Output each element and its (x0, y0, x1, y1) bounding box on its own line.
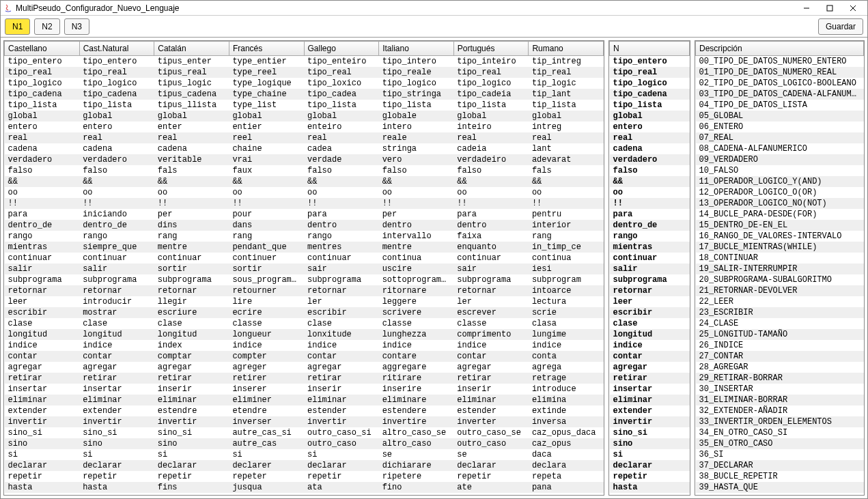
table-row[interactable]: mientras (610, 242, 690, 253)
table-row[interactable]: invertir (610, 416, 690, 427)
table-row[interactable]: 10_FALSO (696, 165, 864, 176)
cell[interactable]: declarar (154, 460, 229, 471)
cell[interactable]: !! (610, 198, 690, 209)
cell[interactable]: escribir (610, 307, 690, 318)
cell[interactable]: chaine (229, 143, 304, 154)
cell[interactable]: mostrar (79, 307, 154, 318)
cell[interactable]: 28_AGREGAR (696, 362, 864, 373)
cell[interactable]: !! (229, 198, 304, 209)
table-row[interactable]: 20_SUBPROGRAMA-SUBALGORITMO (696, 274, 864, 285)
cell[interactable]: oo (5, 187, 80, 198)
table-row[interactable]: retirar (610, 373, 690, 384)
cell[interactable]: repetir (453, 471, 529, 482)
cell[interactable]: sino_si (5, 427, 80, 438)
table-row[interactable]: agregaragregaragregaragregeragregaraggre… (5, 362, 604, 373)
cell[interactable]: && (229, 176, 304, 187)
cell[interactable]: tipus_llista (154, 100, 229, 111)
table-row[interactable]: 35_EN_OTRO_CASO (696, 438, 864, 449)
column-header-lang-2[interactable]: Catalán (154, 42, 229, 56)
table-row[interactable]: si (610, 449, 690, 460)
cell[interactable]: indice (79, 340, 154, 351)
cell[interactable]: inserir (154, 384, 229, 395)
cell[interactable]: etendre (229, 405, 304, 416)
cell[interactable]: tipo_lista (453, 100, 529, 111)
cell[interactable]: tipo_cadena (79, 89, 154, 100)
cell[interactable]: falso (379, 165, 454, 176)
cell[interactable]: declarer (229, 460, 304, 471)
table-row[interactable]: eliminareliminareliminareliminereliminar… (5, 395, 604, 405)
cell[interactable]: enteiro (304, 122, 379, 132)
cell[interactable]: per (154, 209, 229, 220)
cell[interactable]: faixa (453, 231, 529, 242)
cell[interactable]: sino (5, 438, 80, 449)
table-row[interactable]: 19_SALIR-INTERRUMPIR (696, 263, 864, 274)
cell[interactable]: 21_RETORNAR-DEVOLVER (696, 285, 864, 296)
cell[interactable]: entier (229, 122, 304, 132)
table-row[interactable]: 30_INSERTAR (696, 384, 864, 395)
table-row[interactable]: retornar (610, 285, 690, 296)
cell[interactable]: repeter (229, 471, 304, 482)
cell[interactable]: subprogram (529, 274, 604, 285)
cell[interactable]: lungime (529, 329, 604, 340)
cell[interactable]: 34_EN_OTRO_CASO_SI (696, 427, 864, 438)
table-row[interactable]: 14_BUCLE_PARA-DESDE(FOR) (696, 209, 864, 220)
cell[interactable]: siempre_que (79, 242, 154, 253)
cell[interactable]: inteiro (453, 122, 529, 132)
cell[interactable]: estendere (379, 405, 454, 416)
cell[interactable]: indice (5, 340, 80, 351)
cell[interactable]: falso (5, 165, 80, 176)
table-row[interactable]: 34_EN_OTRO_CASO_SI (696, 427, 864, 438)
table-row[interactable]: para (610, 209, 690, 220)
cell[interactable]: tipo_cadena (610, 89, 690, 100)
cell[interactable]: eliminar (5, 395, 80, 405)
cell[interactable]: invertir (5, 416, 80, 427)
cell[interactable]: tipo_lista (79, 100, 154, 111)
table-row[interactable]: && (610, 176, 690, 187)
cell[interactable]: declara (529, 460, 604, 471)
cell[interactable]: tipo_entero (5, 56, 80, 68)
cell[interactable]: 05_GLOBAL (696, 111, 864, 122)
table-row[interactable]: 16_RANGO_DE_VALORES-INTERVALO (696, 231, 864, 242)
cell[interactable]: lant (529, 143, 604, 154)
cell[interactable]: clase (610, 318, 690, 329)
cell[interactable]: falso (304, 165, 379, 176)
cell[interactable]: clasa (529, 318, 604, 329)
cell[interactable]: per (379, 209, 454, 220)
table-row[interactable]: 37_DECLARAR (696, 460, 864, 471)
table-row[interactable]: 33_INVERTIR_ORDEN_ELEMENTOS (696, 416, 864, 427)
table-row[interactable]: leerintroducirllegirlirelerleggerelerlec… (5, 296, 604, 307)
cell[interactable]: continuer (229, 253, 304, 263)
cell[interactable]: verdadero (610, 154, 690, 165)
cell[interactable]: conta (529, 351, 604, 362)
cell[interactable]: intoarce (529, 285, 604, 296)
table-row[interactable]: 24_CLASE (696, 318, 864, 329)
cell[interactable]: retirar (154, 373, 229, 384)
table-row[interactable]: 05_GLOBAL (696, 111, 864, 122)
cell[interactable]: 08_CADENA-ALFANUMERICO (696, 143, 864, 154)
cell[interactable]: repetir (154, 471, 229, 482)
cell[interactable]: type_logique (229, 78, 304, 89)
cell[interactable]: tipo_logico (453, 78, 529, 89)
table-row[interactable]: 22_LEER (696, 296, 864, 307)
n2-button[interactable]: N2 (34, 18, 59, 35)
cell[interactable]: tip_intreg (529, 56, 604, 68)
cell[interactable]: sino_si (154, 427, 229, 438)
table-row[interactable]: tipo_cadenatipo_cadenatipus_cadenatype_c… (5, 89, 604, 100)
cell[interactable]: falso (610, 165, 690, 176)
cell[interactable]: fals (529, 165, 604, 176)
cell[interactable]: mentres (304, 242, 379, 253)
table-row[interactable]: declarardeclarardeclarardeclarerdeclarar… (5, 460, 604, 471)
cell[interactable]: retornar (154, 285, 229, 296)
table-row[interactable]: tipo_real (610, 67, 690, 78)
cell[interactable]: falso (79, 165, 154, 176)
cell[interactable]: subprograma (5, 274, 80, 285)
table-row[interactable]: cadena (610, 143, 690, 154)
cell[interactable]: global (229, 111, 304, 122)
cell[interactable]: falso (453, 165, 529, 176)
cell[interactable]: continuar (453, 253, 529, 263)
cell[interactable]: insertar (79, 384, 154, 395)
cell[interactable]: agregar (79, 362, 154, 373)
cell[interactable]: verdadero (5, 154, 80, 165)
cell[interactable]: longitud (5, 329, 80, 340)
cell[interactable]: tipo_stringa (379, 89, 454, 100)
